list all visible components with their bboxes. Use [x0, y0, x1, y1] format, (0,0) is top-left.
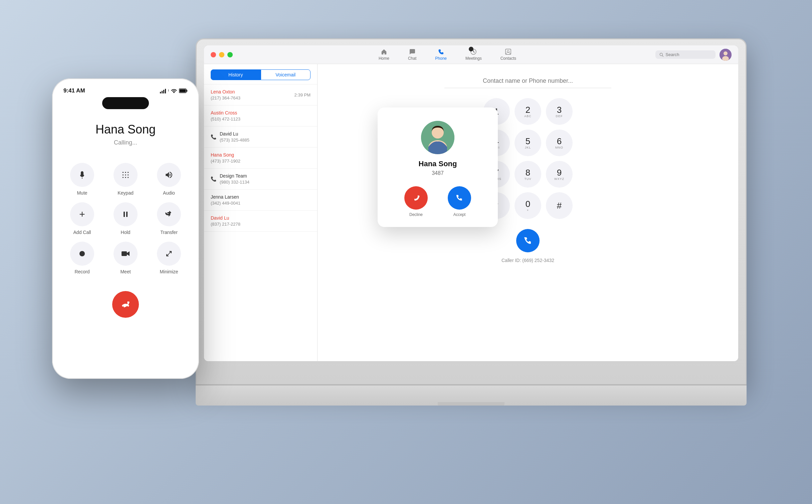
keypad-icon — [114, 163, 138, 187]
decline-icon — [411, 193, 421, 203]
call-item-hana[interactable]: Hana Song (473) 377-1902 — [204, 148, 317, 169]
record-button[interactable]: Record — [64, 242, 100, 274]
caller-name: Austin Cross — [211, 110, 311, 115]
mute-button[interactable]: Mute — [64, 163, 100, 196]
phone-call-screen: Hana Song Calling... Mute — [54, 112, 197, 377]
dial-6[interactable]: 6 MNO — [546, 130, 573, 156]
svg-rect-1 — [187, 90, 188, 92]
svg-rect-15 — [122, 251, 127, 256]
dial-0[interactable]: 0 + — [515, 192, 541, 219]
caller-number: (510) 472-1123 — [211, 116, 311, 121]
phone-controls-grid: Mute — [64, 163, 187, 274]
phone-status-bar: 9:41 AM ᵎ — [54, 80, 197, 97]
phone-time: 9:41 AM — [63, 87, 85, 94]
user-avatar[interactable] — [720, 49, 732, 61]
caller-name: Lena Oxton — [211, 89, 294, 94]
search-icon — [659, 52, 663, 57]
tab-contacts[interactable]: Contacts — [491, 46, 526, 63]
minimize-window-button[interactable] — [219, 52, 224, 57]
laptop-base-notch — [438, 402, 504, 406]
keypad-label: Keypad — [118, 190, 133, 196]
transfer-label: Transfer — [160, 230, 178, 235]
dynamic-island — [102, 97, 149, 109]
svg-rect-12 — [124, 212, 125, 217]
meet-button[interactable]: Meet — [107, 242, 144, 274]
call-list: Lena Oxton (217) 364-7643 2:39 PM Austin… — [204, 84, 317, 361]
incoming-call-modal: Hana Song 3487 — [378, 107, 498, 227]
svg-line-20 — [662, 55, 663, 56]
caller-number: (217) 364-7643 — [211, 95, 294, 100]
accept-call-button[interactable] — [448, 186, 471, 210]
laptop-base — [196, 386, 747, 406]
mute-icon — [70, 163, 94, 187]
tab-phone[interactable]: Phone — [426, 46, 456, 63]
svg-point-5 — [128, 172, 129, 173]
transfer-button[interactable]: Transfer — [151, 202, 187, 235]
hold-button[interactable]: Hold — [107, 202, 144, 235]
history-tab[interactable]: History — [211, 69, 261, 80]
place-call-button[interactable] — [516, 229, 540, 252]
phone-number-input[interactable] — [444, 74, 611, 88]
dial-8[interactable]: 8 TUV — [515, 161, 541, 188]
contacts-icon — [505, 48, 512, 55]
search-bar[interactable] — [655, 50, 716, 59]
audio-button[interactable]: Audio — [151, 163, 187, 196]
incoming-caller-ext: 3487 — [432, 170, 444, 176]
caller-name: Design Team — [220, 173, 311, 179]
mute-label: Mute — [77, 190, 87, 196]
home-label: Home — [379, 56, 389, 61]
zoom-app: Home Chat — [204, 45, 738, 361]
dial-5[interactable]: 5 JKL — [515, 130, 541, 156]
meetings-label: Meetings — [465, 56, 482, 61]
add-call-button[interactable]: + Add Call — [64, 202, 100, 235]
tab-meetings[interactable]: Meetings — [456, 46, 491, 63]
transfer-icon — [157, 202, 181, 226]
end-call-button[interactable] — [112, 291, 139, 318]
caller-name: David Lu — [211, 215, 311, 221]
phone-tab-icon — [438, 48, 444, 55]
search-input[interactable] — [665, 52, 712, 57]
record-icon — [70, 242, 94, 266]
dial-3[interactable]: 3 DEF — [546, 98, 573, 125]
voicemail-tab[interactable]: Voicemail — [261, 69, 311, 80]
nav-tabs: Home Chat — [239, 46, 655, 63]
tab-chat[interactable]: Chat — [399, 46, 426, 63]
accept-icon — [454, 193, 464, 203]
laptop-screen: Home Chat — [204, 45, 738, 361]
decline-call-button[interactable] — [404, 186, 428, 210]
call-item-design-team[interactable]: 📞 Design Team (980) 332-1134 — [204, 169, 317, 190]
svg-rect-2 — [180, 89, 186, 92]
close-button[interactable] — [211, 52, 216, 57]
svg-point-6 — [123, 174, 124, 175]
call-item-jenna[interactable]: Jenna Larsen (342) 449-0041 — [204, 190, 317, 211]
caller-number: (573) 325-4885 — [220, 138, 311, 143]
maximize-window-button[interactable] — [227, 52, 233, 57]
call-item-david-lu-2[interactable]: David Lu (837) 217-2278 — [204, 211, 317, 232]
tab-home[interactable]: Home — [369, 46, 399, 63]
battery-icon — [179, 88, 188, 93]
call-item-david-lu-1[interactable]: 📞 David Lu (573) 325-4885 — [204, 127, 317, 148]
traffic-lights — [211, 52, 233, 57]
call-item-austin[interactable]: Austin Cross (510) 472-1123 — [204, 105, 317, 127]
audio-label: Audio — [163, 190, 175, 196]
decline-wrapper: Decline — [404, 186, 428, 217]
svg-point-7 — [125, 174, 126, 175]
svg-point-4 — [125, 172, 126, 173]
chat-label: Chat — [408, 56, 416, 61]
phone-caller-name: Hana Song — [95, 122, 156, 137]
audio-icon — [157, 163, 181, 187]
call-item-lena[interactable]: Lena Oxton (217) 364-7643 2:39 PM — [204, 84, 317, 105]
wifi-icon: ᵎ — [168, 88, 169, 94]
phone-status-icons: ᵎ — [160, 88, 188, 94]
dial-hash[interactable]: # — [546, 192, 573, 219]
incoming-caller-name: Hana Song — [419, 160, 457, 168]
tab-switcher: History Voicemail — [204, 64, 317, 84]
dial-9[interactable]: 9 WXYZ — [546, 161, 573, 188]
phone-call-status: Calling... — [114, 139, 137, 146]
add-call-icon: + — [70, 202, 94, 226]
keypad-button[interactable]: Keypad — [107, 163, 144, 196]
minimize-button[interactable]: Minimize — [151, 242, 187, 274]
chat-icon — [409, 48, 416, 55]
hold-label: Hold — [121, 230, 131, 235]
dial-2[interactable]: 2 ABC — [515, 98, 541, 125]
